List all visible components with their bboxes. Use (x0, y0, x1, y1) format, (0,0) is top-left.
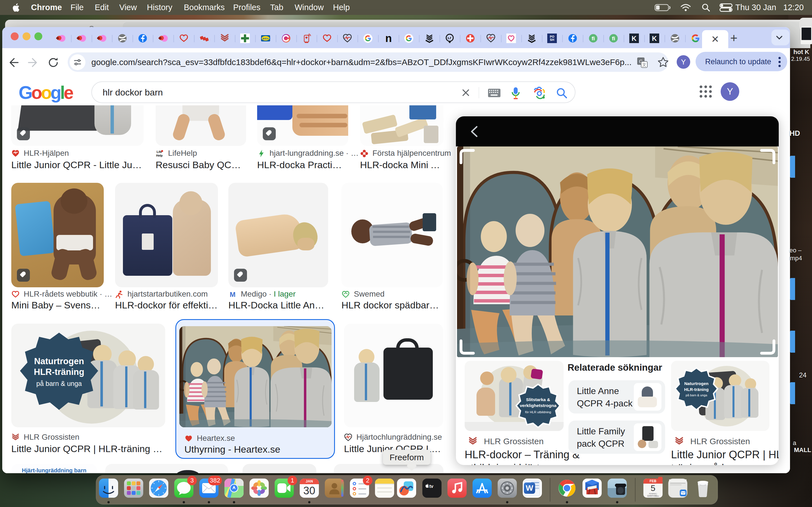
svg-text:HLR-träning: HLR-träning (684, 387, 709, 392)
svg-text:på barn & unga: på barn & unga (686, 393, 707, 397)
svg-text:på barn & unga: på barn & unga (36, 380, 82, 387)
svg-text:Naturtrogen: Naturtrogen (34, 356, 84, 366)
svg-text:Slitstarka &: Slitstarka & (526, 397, 550, 402)
svg-text:för HLR utbildning: för HLR utbildning (525, 410, 551, 414)
svg-text:HLR-träning: HLR-träning (34, 367, 84, 377)
svg-text:verklighetstrogna: verklighetstrogna (520, 403, 556, 408)
svg-text:文: 文 (642, 62, 647, 67)
svg-text:Naturtrogen: Naturtrogen (684, 381, 709, 386)
svg-text:tv: tv (429, 484, 434, 489)
